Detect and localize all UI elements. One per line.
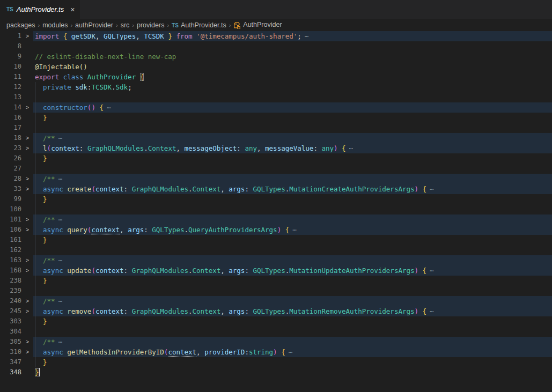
breadcrumb-item-packages[interactable]: packages [6, 21, 35, 29]
folded-ellipsis[interactable]: ⋯ [305, 32, 309, 40]
code-line[interactable]: 1>import { getSDK, GQLTypes, TCSDK } fro… [0, 31, 552, 41]
fold-chevron-icon[interactable]: > [21, 31, 33, 41]
fold-chevron-icon[interactable]: > [21, 255, 33, 265]
folded-ellipsis[interactable]: ⋯ [58, 338, 63, 346]
line-content[interactable]: import { getSDK, GQLTypes, TCSDK } from … [33, 31, 552, 41]
fold-chevron-icon[interactable]: > [21, 184, 33, 194]
line-content[interactable]: @Injectable() [33, 62, 552, 72]
line-content[interactable]: } [33, 153, 552, 164]
folded-ellipsis[interactable]: ⋯ [58, 175, 63, 183]
fold-chevron-icon[interactable]: > [21, 225, 33, 235]
breadcrumb-item-providers[interactable]: providers [137, 21, 164, 29]
line-content[interactable]: } [33, 235, 552, 245]
folded-ellipsis[interactable]: ⋯ [58, 297, 63, 305]
line-content[interactable]: // eslint-disable-next-line new-cap [33, 51, 552, 62]
code-line[interactable]: 16 } [0, 113, 552, 123]
line-content[interactable]: } [33, 276, 552, 286]
close-icon[interactable]: × [70, 5, 75, 14]
fold-chevron-icon[interactable]: > [21, 174, 33, 184]
folded-ellipsis[interactable]: ⋯ [430, 307, 434, 315]
fold-chevron-icon[interactable]: > [21, 102, 33, 113]
folded-ellipsis[interactable]: ⋯ [430, 185, 434, 193]
line-content[interactable]: } [33, 367, 552, 378]
folded-ellipsis[interactable]: ⋯ [430, 267, 434, 275]
line-content[interactable]: async getMethodsInProviderByID(context, … [33, 347, 552, 357]
fold-chevron-icon[interactable]: > [21, 337, 33, 347]
code-line[interactable]: 14> constructor() {⋯ [0, 102, 552, 113]
code-editor[interactable]: 1>import { getSDK, GQLTypes, TCSDK } fro… [0, 31, 552, 378]
line-content[interactable]: async query(context, args: GQLTypes.Quer… [33, 225, 552, 235]
tab-authprovider[interactable]: TS AuthProvider.ts × [0, 0, 80, 19]
folded-ellipsis[interactable]: ⋯ [289, 348, 293, 356]
code-line[interactable]: 8 [0, 41, 552, 51]
line-content[interactable] [33, 286, 552, 296]
code-line[interactable]: 101> /**⋯ [0, 215, 552, 225]
line-content[interactable]: /**⋯ [33, 215, 552, 225]
fold-chevron-icon[interactable]: > [21, 265, 33, 276]
breadcrumb-item-symbol[interactable]: AuthProvider [233, 21, 282, 29]
code-line[interactable]: 304 [0, 327, 552, 337]
line-content[interactable]: } [33, 113, 552, 123]
line-content[interactable] [33, 327, 552, 337]
code-line[interactable]: 239 [0, 286, 552, 296]
line-content[interactable]: /**⋯ [33, 255, 552, 265]
folded-ellipsis[interactable]: ⋯ [58, 256, 63, 264]
code-line[interactable]: 26 } [0, 153, 552, 164]
code-line[interactable]: 33> async create(context: GraphQLModules… [0, 184, 552, 194]
code-line[interactable]: 99 } [0, 194, 552, 204]
code-line[interactable]: 168> async update(context: GraphQLModule… [0, 265, 552, 276]
code-line[interactable]: 245> async remove(context: GraphQLModule… [0, 306, 552, 316]
fold-chevron-icon[interactable]: > [21, 215, 33, 225]
code-line[interactable]: 100 [0, 204, 552, 215]
code-line[interactable]: 23> l(context: GraphQLModules.Context, m… [0, 143, 552, 153]
line-content[interactable]: async remove(context: GraphQLModules.Con… [33, 306, 552, 316]
line-content[interactable]: export class AuthProvider { [33, 72, 552, 82]
code-line[interactable]: 28> /**⋯ [0, 174, 552, 184]
breadcrumb-item-modules[interactable]: modules [42, 21, 68, 29]
line-content[interactable] [33, 92, 552, 102]
line-content[interactable]: /**⋯ [33, 337, 552, 347]
code-line[interactable]: 10@Injectable() [0, 62, 552, 72]
code-line[interactable]: 240> /**⋯ [0, 296, 552, 306]
breadcrumb-item-src[interactable]: src [121, 21, 130, 29]
code-line[interactable]: 238 } [0, 276, 552, 286]
line-content[interactable]: async create(context: GraphQLModules.Con… [33, 184, 552, 194]
line-content[interactable]: } [33, 357, 552, 367]
code-line[interactable]: 13 [0, 92, 552, 102]
folded-ellipsis[interactable]: ⋯ [58, 216, 63, 224]
fold-chevron-icon[interactable]: > [21, 143, 33, 153]
code-line[interactable]: 9// eslint-disable-next-line new-cap [0, 51, 552, 62]
line-content[interactable]: /**⋯ [33, 296, 552, 306]
code-line[interactable]: 18> /**⋯ [0, 133, 552, 143]
breadcrumb-item-authProvider[interactable]: authProvider [75, 21, 113, 29]
line-content[interactable]: } [33, 316, 552, 327]
code-line[interactable]: 348} [0, 367, 552, 378]
code-line[interactable]: 27 [0, 164, 552, 174]
fold-chevron-icon[interactable]: > [21, 296, 33, 306]
code-line[interactable]: 347 } [0, 357, 552, 367]
code-line[interactable]: 12 private sdk:TCSDK.Sdk; [0, 82, 552, 92]
code-line[interactable]: 303 } [0, 316, 552, 327]
line-content[interactable] [33, 204, 552, 215]
line-content[interactable] [33, 245, 552, 255]
line-content[interactable] [33, 123, 552, 133]
code-line[interactable]: 305> /**⋯ [0, 337, 552, 347]
line-content[interactable]: l(context: GraphQLModules.Context, messa… [33, 143, 552, 153]
line-content[interactable] [33, 41, 552, 51]
folded-ellipsis[interactable]: ⋯ [58, 134, 63, 142]
code-line[interactable]: 310> async getMethodsInProviderByID(cont… [0, 347, 552, 357]
line-content[interactable]: async update(context: GraphQLModules.Con… [33, 265, 552, 276]
code-line[interactable]: 17 [0, 123, 552, 133]
line-content[interactable]: constructor() {⋯ [33, 102, 552, 113]
line-content[interactable]: private sdk:TCSDK.Sdk; [33, 82, 552, 92]
fold-chevron-icon[interactable]: > [21, 133, 33, 143]
breadcrumb-item-file[interactable]: TSAuthProvider.ts [172, 21, 226, 29]
fold-chevron-icon[interactable]: > [21, 347, 33, 357]
code-line[interactable]: 161 } [0, 235, 552, 245]
code-line[interactable]: 106> async query(context, args: GQLTypes… [0, 225, 552, 235]
code-line[interactable]: 162 [0, 245, 552, 255]
fold-chevron-icon[interactable]: > [21, 306, 33, 316]
folded-ellipsis[interactable]: ⋯ [107, 103, 111, 112]
line-content[interactable]: /**⋯ [33, 133, 552, 143]
folded-ellipsis[interactable]: ⋯ [292, 226, 297, 234]
